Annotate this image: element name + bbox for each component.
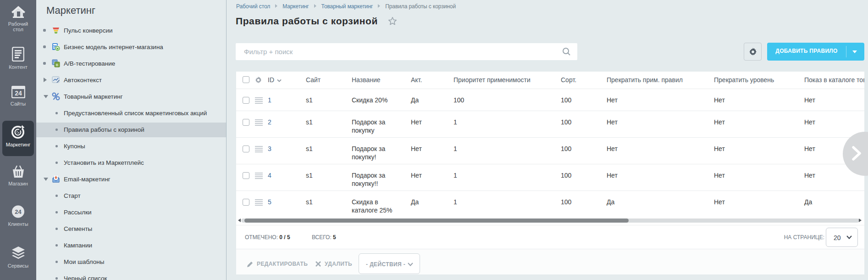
svg-text:24: 24 [15,90,22,97]
svg-text:24: 24 [15,208,22,215]
svg-text:B: B [56,63,58,67]
